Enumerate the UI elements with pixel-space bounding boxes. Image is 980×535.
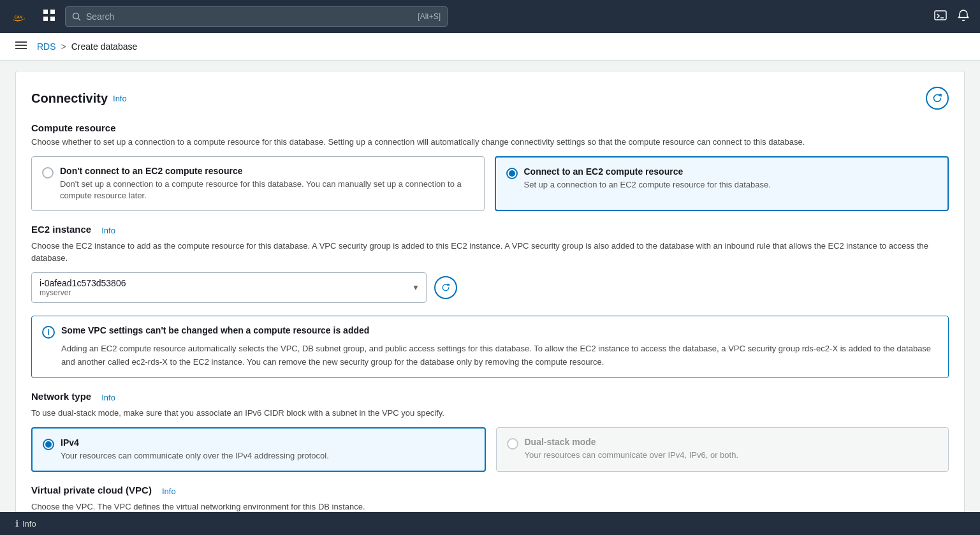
ec2-dropdown-arrow-icon: ▼ <box>412 283 420 292</box>
menu-icon[interactable] <box>15 41 27 52</box>
grid-menu-icon[interactable] <box>41 7 57 27</box>
ec2-instance-info-link[interactable]: Info <box>101 226 115 235</box>
radio-dual-stack-title: Dual-stack mode <box>525 437 739 447</box>
radio-no-connect-title: Don't connect to an EC2 compute resource <box>60 166 474 176</box>
connectivity-info-link[interactable]: Info <box>113 94 127 103</box>
vpc-alert-title: Some VPC settings can't be changed when … <box>61 325 369 335</box>
radio-ipv4[interactable]: IPv4 Your resources can communicate only… <box>31 427 486 472</box>
vpc-alert-header: i Some VPC settings can't be changed whe… <box>42 325 938 339</box>
svg-point-4 <box>73 13 79 19</box>
radio-dual-stack: Dual-stack mode Your resources can commu… <box>496 427 949 472</box>
aws-logo <box>10 9 33 24</box>
ec2-instance-desc: Choose the EC2 instance to add as the co… <box>31 240 949 265</box>
ec2-dropdown-row: i-0afead1c573d53806 myserver ▼ <box>31 272 949 303</box>
radio-dual-stack-desc: Your resources can communicate over IPv4… <box>525 450 739 461</box>
vpc-title: Virtual private cloud (VPC) <box>31 485 152 495</box>
breadcrumb-current-page: Create database <box>71 41 138 52</box>
svg-line-5 <box>78 18 81 21</box>
network-title-row: Network type Info <box>31 391 949 404</box>
svg-rect-1 <box>50 10 55 14</box>
section-title: Connectivity <box>31 91 108 106</box>
compute-resource-desc: Choose whether to set up a connection to… <box>31 136 949 149</box>
search-icon <box>72 12 81 21</box>
ec2-dropdown-value: i-0afead1c573d53806 <box>40 278 418 288</box>
compute-resource-options: Don't connect to an EC2 compute resource… <box>31 156 949 211</box>
radio-ipv4-title: IPv4 <box>61 437 329 448</box>
ec2-instance-dropdown[interactable]: i-0afead1c573d53806 myserver ▼ <box>31 272 427 303</box>
radio-connect-ec2-title: Connect to an EC2 compute resource <box>524 166 771 177</box>
vpc-alert-info-icon: i <box>42 326 55 339</box>
search-input[interactable] <box>86 11 413 22</box>
vpc-title-row: Virtual private cloud (VPC) Info <box>31 485 949 498</box>
vpc-desc: Choose the VPC. The VPC defines the virt… <box>31 501 949 513</box>
vpc-info-link[interactable]: Info <box>162 487 176 496</box>
breadcrumb-rds-link[interactable]: RDS <box>37 41 56 52</box>
svg-rect-6 <box>935 11 946 20</box>
vpc-alert-box: i Some VPC settings can't be changed whe… <box>31 316 949 379</box>
section-header: Connectivity Info <box>31 87 949 110</box>
radio-connect-ec2[interactable]: Connect to an EC2 compute resource Set u… <box>495 156 949 211</box>
vpc-alert-body: Adding an EC2 compute resource automatic… <box>42 342 938 369</box>
bottom-info-bar: ℹ Info <box>0 512 980 535</box>
top-navigation: [Alt+S] <box>0 0 980 33</box>
svg-rect-0 <box>43 10 48 14</box>
breadcrumb-bar: RDS > Create database <box>0 33 980 61</box>
search-bar[interactable]: [Alt+S] <box>65 6 448 27</box>
svg-rect-3 <box>50 17 55 21</box>
network-type-options: IPv4 Your resources can communicate only… <box>31 427 949 472</box>
connectivity-refresh-button[interactable] <box>926 87 949 110</box>
nav-right <box>934 9 970 25</box>
ec2-title-row: EC2 instance Info <box>31 224 949 237</box>
network-type-subsection: Network type Info To use dual-stack mode… <box>31 391 949 472</box>
radio-no-connect-desc: Don't set up a connection to a compute r… <box>60 179 474 202</box>
radio-ipv4-indicator <box>43 439 54 450</box>
section-title-row: Connectivity Info <box>31 91 127 106</box>
bottom-info-icon: ℹ <box>15 518 18 529</box>
radio-connect-ec2-indicator <box>506 168 518 179</box>
ec2-dropdown-subtext: myserver <box>40 288 418 297</box>
notifications-icon[interactable] <box>957 9 970 25</box>
ec2-refresh-button[interactable] <box>434 276 457 299</box>
compute-resource-subsection: Compute resource Choose whether to set u… <box>31 122 949 211</box>
ec2-instance-title: EC2 instance <box>31 224 91 235</box>
main-content: Connectivity Info Compute resource Choos… <box>0 71 980 535</box>
radio-no-connect-indicator <box>42 167 54 179</box>
network-type-desc: To use dual-stack mode, make sure that y… <box>31 407 949 420</box>
svg-rect-2 <box>43 17 48 21</box>
radio-dual-stack-indicator <box>507 438 518 450</box>
network-type-info-link[interactable]: Info <box>101 393 115 402</box>
network-type-title: Network type <box>31 391 91 402</box>
breadcrumb-separator: > <box>61 41 66 52</box>
search-shortcut: [Alt+S] <box>418 12 441 21</box>
vpc-subsection: Virtual private cloud (VPC) Info Choose … <box>31 485 949 513</box>
radio-connect-ec2-desc: Set up a connection to an EC2 compute re… <box>524 179 771 191</box>
radio-no-connect[interactable]: Don't connect to an EC2 compute resource… <box>31 156 485 211</box>
ec2-instance-subsection: EC2 instance Info Choose the EC2 instanc… <box>31 224 949 303</box>
radio-ipv4-desc: Your resources can communicate only over… <box>61 450 329 462</box>
bottom-info-text: Info <box>22 519 36 529</box>
terminal-icon[interactable] <box>934 9 947 25</box>
connectivity-section: Connectivity Info Compute resource Choos… <box>15 71 965 535</box>
compute-resource-title: Compute resource <box>31 122 949 133</box>
